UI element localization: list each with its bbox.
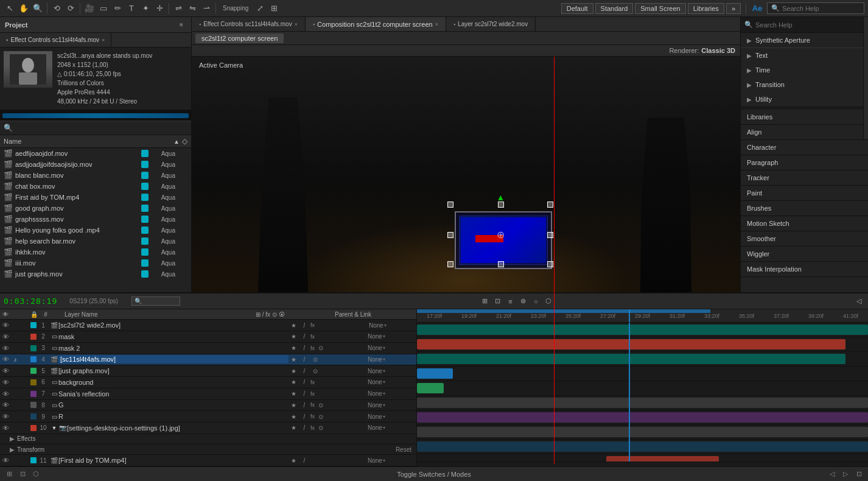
handle-bottom-mid[interactable] xyxy=(498,261,504,267)
link-1[interactable]: None ▾ xyxy=(369,322,387,329)
audio-4[interactable]: ♪ xyxy=(11,356,19,363)
snapping-btn[interactable]: Snapping xyxy=(219,2,252,15)
align-icon[interactable]: ⇌ xyxy=(172,2,184,15)
handle-bottom-right[interactable] xyxy=(547,261,553,267)
sort-icon[interactable]: ▲ xyxy=(173,138,180,145)
effect-text[interactable]: ▶ Text xyxy=(741,48,868,63)
redo-tool[interactable]: ⟳ xyxy=(65,2,77,15)
handle-top-left[interactable] xyxy=(447,202,453,208)
handle-bottom-left[interactable] xyxy=(447,261,453,267)
vis-toggle-11[interactable]: 👁 xyxy=(0,457,11,464)
vis-toggle-5[interactable]: 👁 xyxy=(0,367,11,374)
vis-toggle-8[interactable]: 👁 xyxy=(0,401,11,409)
switch-slash-8[interactable]: / xyxy=(299,400,309,410)
link-4[interactable]: None ▾ xyxy=(368,356,385,363)
switch-star-11[interactable]: ★ xyxy=(289,455,298,465)
switch-star-9[interactable]: ★ xyxy=(289,412,298,421)
layer-row-2[interactable]: 👁 2 ▭ mask ★ / fx None ▾ xyxy=(0,331,416,343)
search-box[interactable]: 🔍 xyxy=(767,2,864,14)
workspace-more[interactable]: » xyxy=(726,3,741,14)
track-row-1[interactable] xyxy=(417,323,868,337)
project-menu-btn[interactable]: ≡ xyxy=(177,20,186,30)
align3-icon[interactable]: ⇀ xyxy=(200,2,212,15)
panel-brushes[interactable]: Brushes xyxy=(741,201,868,216)
list-item[interactable]: 🎬 aedfijoaojdof.mov Aqua xyxy=(0,148,191,159)
workspace-default[interactable]: Default xyxy=(561,3,593,14)
tab-effect-controls-close[interactable]: × xyxy=(102,37,105,43)
snap3-icon[interactable]: ⊞ xyxy=(268,2,280,15)
workspace-libraries[interactable]: Libraries xyxy=(688,3,724,14)
layer-row-3[interactable]: 👁 3 ▭ mask 2 ★ / fx ⊙ None ▾ xyxy=(0,343,416,354)
select-tool[interactable]: ↖ xyxy=(4,2,16,15)
switch-circ-3[interactable]: ⊙ xyxy=(316,343,326,353)
list-item[interactable]: 🎬 just graphs.mov Aqua xyxy=(0,269,191,279)
center-cross[interactable]: ⊕ xyxy=(497,228,505,240)
pivot-arrow[interactable]: ▲ xyxy=(497,192,505,202)
switch-star-1[interactable]: ★ xyxy=(289,320,298,330)
list-item[interactable]: 🎬 chat box.mov Aqua xyxy=(0,181,191,192)
tl-footer-right-1[interactable]: ◁ xyxy=(827,469,838,480)
layer-row-11[interactable]: 👁 11 🎬 [First aid by TOM.mp4] ★ / None ▾ xyxy=(0,455,416,466)
snap2-icon[interactable]: ⤢ xyxy=(254,2,266,15)
active-comp-tab[interactable]: sc2sl1t2 computer screen xyxy=(195,33,284,43)
link-10[interactable]: None ▾ xyxy=(368,424,385,431)
tracks-scrollbar[interactable] xyxy=(417,462,868,466)
workspace-standard[interactable]: Standard xyxy=(595,3,634,14)
panel-wiggler[interactable]: Wiggler xyxy=(741,247,868,262)
switch-slash-9[interactable]: / xyxy=(299,412,309,421)
zoom-tool[interactable]: 🔍 xyxy=(32,2,44,15)
switch-slash-5[interactable]: / xyxy=(299,366,309,376)
link-6[interactable]: None ▾ xyxy=(368,379,385,385)
panel-paint[interactable]: Paint xyxy=(741,186,868,201)
track-row-8[interactable] xyxy=(417,425,868,440)
tab-effect-controls[interactable]: ▪ Effect Controls sc11sl4t4afs.mov × xyxy=(0,33,111,47)
panel-libraries[interactable]: Libraries xyxy=(741,110,868,125)
layer-row-7[interactable]: 👁 7 ▭ Sania's reflection ★ / fx None ▾ xyxy=(0,388,416,400)
tab-comp-screen[interactable]: ▪ Composition sc2sl1t2 computer screen × xyxy=(306,17,446,31)
vis-toggle-6[interactable]: 👁 xyxy=(0,379,11,386)
link-7[interactable]: None ▾ xyxy=(368,390,385,397)
camera-tool[interactable]: 🎥 xyxy=(83,2,96,15)
pen-tool[interactable]: ✏ xyxy=(111,2,124,15)
switch-circ-8[interactable]: ⊙ xyxy=(316,400,326,410)
tl-footer-right-2[interactable]: ▷ xyxy=(840,469,851,480)
layer-row-9[interactable]: 👁 9 ▭ R ★ / fx ⊙ None ▾ xyxy=(0,411,416,423)
link-5[interactable]: None ▾ xyxy=(368,368,385,374)
list-item[interactable]: 🎬 help search bar.mov Aqua xyxy=(0,236,191,247)
panel-paragraph[interactable]: Paragraph xyxy=(741,155,868,170)
switch-star-5[interactable]: ★ xyxy=(289,366,298,376)
handle-top-right[interactable] xyxy=(547,202,553,208)
switch-star-6[interactable]: ★ xyxy=(289,377,298,387)
tl-footer-btn-1[interactable]: ⊞ xyxy=(4,469,15,480)
list-item[interactable]: 🎬 blanc blanc.mov Aqua xyxy=(0,170,191,181)
switch-slash-10[interactable]: / xyxy=(299,423,309,433)
handle-mid-left[interactable] xyxy=(447,232,453,238)
switch-star-4[interactable]: ★ xyxy=(289,354,298,364)
project-search-input[interactable] xyxy=(15,124,187,132)
track-row-5[interactable] xyxy=(417,381,868,396)
switch-star-2[interactable]: ★ xyxy=(289,332,298,342)
timeline-search[interactable] xyxy=(131,297,180,306)
switch-slash-4[interactable]: / xyxy=(299,354,309,364)
panel-tracker[interactable]: Tracker xyxy=(741,170,868,186)
switch-slash-2[interactable]: / xyxy=(299,332,309,342)
layer-row-8[interactable]: 👁 8 ▭ G ★ / fx ⊙ None ▾ xyxy=(0,400,416,412)
effect-synthetic-aperture[interactable]: ▶ Synthetic Aperture xyxy=(741,33,868,47)
expand-10[interactable]: ▼ xyxy=(50,425,58,431)
workspace-small[interactable]: Small Screen xyxy=(635,3,685,14)
switch-circ-9[interactable]: ⊙ xyxy=(316,412,326,421)
tab-fx-close[interactable]: × xyxy=(295,21,298,27)
rect-tool[interactable]: ▭ xyxy=(97,2,110,15)
track-row-2[interactable] xyxy=(417,337,868,352)
puppet-tool[interactable]: ✛ xyxy=(153,2,166,15)
layer-row-4[interactable]: 👁 ♪ 4 🎬 [sc11sl4t4afs.mov] ★ / ⊙ None ▾ xyxy=(0,354,416,366)
tl-tool-1[interactable]: ⊞ xyxy=(479,296,490,307)
right-panel-scrollbar[interactable] xyxy=(863,17,868,139)
tl-tool-6[interactable]: ⬡ xyxy=(543,296,554,307)
list-item[interactable]: 🎬 asdjjoadjjoifdsaojisijo.mov Aqua xyxy=(0,159,191,170)
list-item[interactable]: 🎬 good graph.mov Aqua xyxy=(0,203,191,214)
vis-toggle-3[interactable]: 👁 xyxy=(0,345,11,352)
tl-tool-5[interactable]: ○ xyxy=(530,296,541,307)
link-2[interactable]: None ▾ xyxy=(368,333,385,340)
effect-transition[interactable]: ▶ Transition xyxy=(741,77,868,92)
